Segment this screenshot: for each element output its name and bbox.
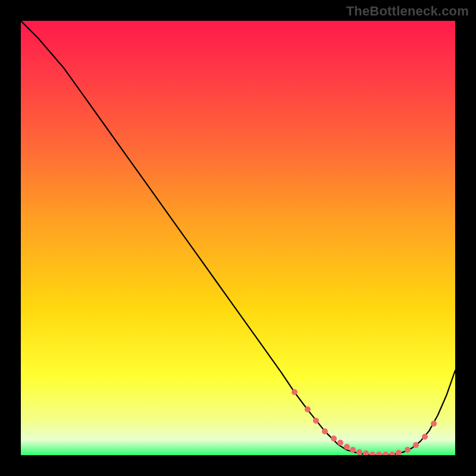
bottleneck-curve	[21, 21, 455, 455]
data-point	[337, 440, 343, 446]
plot-area	[21, 21, 455, 455]
data-point	[292, 389, 298, 395]
data-point	[431, 421, 437, 427]
data-point	[405, 447, 411, 453]
watermark: TheBottleneck.com	[346, 4, 469, 19]
chart-frame: TheBottleneck.com	[0, 0, 476, 476]
data-point	[322, 428, 328, 434]
data-point	[344, 444, 350, 450]
data-point	[313, 418, 319, 424]
data-point	[376, 452, 382, 455]
data-point	[331, 436, 337, 441]
data-point	[396, 450, 402, 455]
data-point	[383, 452, 389, 455]
data-point	[363, 450, 369, 455]
